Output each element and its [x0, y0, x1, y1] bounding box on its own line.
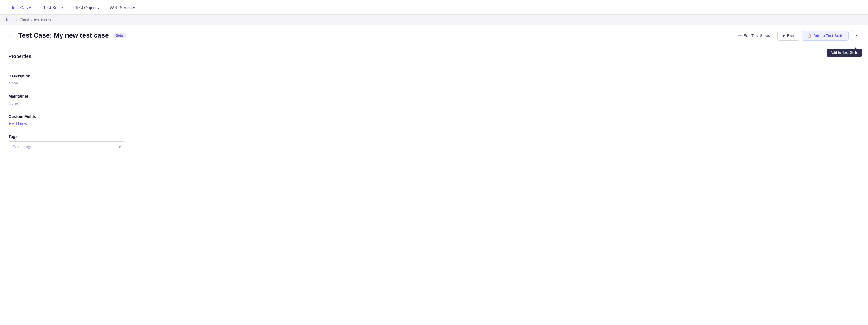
- tab-test-suites[interactable]: Test Suites: [38, 2, 69, 14]
- edit-test-steps-button[interactable]: ✏ Edit Test Steps: [733, 31, 775, 40]
- maintainer-value: None: [8, 101, 860, 105]
- add-to-suite-icon: 📋: [807, 33, 812, 38]
- description-value: None: [8, 81, 860, 86]
- add-to-suite-tooltip: Add to Test Suite: [827, 48, 862, 57]
- description-field: Description None: [8, 74, 860, 86]
- top-navigation: Test Cases Test Suites Test Objects Web …: [0, 0, 868, 15]
- breadcrumb-test-cases[interactable]: test-cases: [34, 18, 51, 22]
- tags-select[interactable]: Select tags ▾: [8, 141, 125, 152]
- back-button[interactable]: ←: [6, 31, 15, 40]
- maintainer-field: Maintainer None: [8, 94, 860, 105]
- properties-section-title: Properties: [8, 54, 860, 59]
- breadcrumb: Katalon Cloud / test-cases: [0, 15, 868, 25]
- breadcrumb-katalon-cloud[interactable]: Katalon Cloud: [6, 18, 29, 22]
- edit-test-steps-label: Edit Test Steps: [743, 33, 770, 38]
- maintainer-label: Maintainer: [8, 94, 860, 99]
- tags-placeholder: Select tags: [12, 144, 32, 149]
- add-new-button[interactable]: + Add new: [8, 121, 860, 126]
- page-header-right: ✏ Edit Test Steps ▶ Run 📋 Add to Test Su…: [733, 30, 862, 41]
- add-to-suite-label: Add to Test Suite: [813, 33, 843, 38]
- run-icon: ▶: [783, 34, 785, 38]
- tab-web-services[interactable]: Web Services: [105, 2, 141, 14]
- page-header: ← Test Case: My new test case Beta ✏ Edi…: [0, 25, 868, 46]
- edit-icon: ✏: [738, 33, 742, 38]
- add-to-suite-button[interactable]: 📋 Add to Test Suite: [802, 31, 849, 41]
- tooltip-arrow: [854, 47, 857, 48]
- main-content: Add to Test Suite Properties Description…: [0, 46, 868, 325]
- custom-fields-label: Custom Fields: [8, 114, 860, 119]
- run-label: Run: [787, 33, 794, 38]
- tags-label: Tags: [8, 134, 860, 139]
- breadcrumb-separator: /: [31, 18, 32, 22]
- tab-test-cases[interactable]: Test Cases: [6, 2, 37, 14]
- tab-test-objects[interactable]: Test Objects: [70, 2, 104, 14]
- properties-section: Properties Description None Maintainer N…: [0, 46, 868, 168]
- tags-dropdown-arrow: ▾: [119, 144, 121, 149]
- more-options-button[interactable]: ···: [851, 30, 862, 41]
- section-divider: [8, 66, 860, 66]
- run-button[interactable]: ▶ Run: [777, 31, 800, 41]
- page-header-left: ← Test Case: My new test case Beta: [6, 31, 126, 40]
- description-label: Description: [8, 74, 860, 78]
- custom-fields-section: Custom Fields + Add new: [8, 114, 860, 126]
- beta-badge: Beta: [113, 33, 126, 38]
- tooltip-label: Add to Test Suite: [830, 51, 858, 55]
- page-title: Test Case: My new test case: [18, 32, 109, 39]
- tags-field: Tags Select tags ▾: [8, 134, 860, 152]
